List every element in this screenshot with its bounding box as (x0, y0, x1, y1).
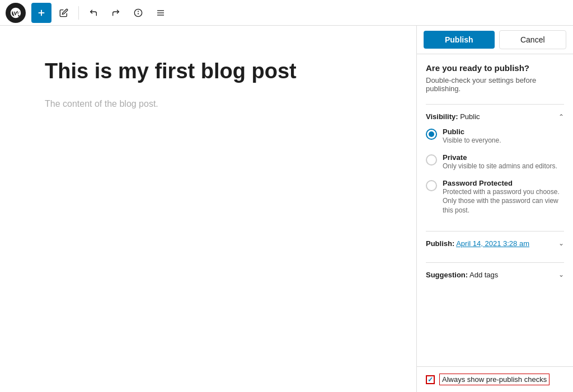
redo-button[interactable] (106, 3, 126, 23)
radio-password-desc: Protected with a password you choose. On… (443, 187, 564, 215)
sidebar-topbar: Publish Cancel (417, 26, 573, 54)
suggestion-section: Suggestion: Add tags ⌄ (426, 262, 564, 294)
radio-public[interactable] (426, 129, 437, 140)
suggestion-chevron-icon: ⌄ (558, 271, 564, 278)
visibility-label-val: Public (460, 112, 480, 121)
radio-public-label: Public (443, 127, 501, 136)
sidebar-footer: Always show pre-publish checks (417, 366, 573, 392)
pre-publish-label: Always show pre-publish checks (439, 374, 549, 385)
editor-area: This is my first blog post The content o… (0, 26, 416, 392)
post-title[interactable]: This is my first blog post (45, 59, 372, 83)
ready-subtitle: Double-check your settings before publis… (426, 76, 564, 93)
edit-button[interactable] (54, 3, 74, 23)
radio-public-desc: Visible to everyone. (443, 136, 501, 145)
radio-private-desc: Only visible to site admins and editors. (443, 162, 557, 171)
visibility-header[interactable]: Visibility: Public ⌃ (426, 112, 564, 121)
publish-date-section: Publish: April 14, 2021 3:28 am ⌄ (426, 231, 564, 262)
radio-password-label: Password Protected (443, 179, 564, 187)
suggestion-label: Suggestion: Add tags (426, 271, 498, 279)
suggestion-label-key: Suggestion: (426, 271, 468, 279)
info-button[interactable] (128, 3, 148, 23)
post-content[interactable]: The content of the blog post. (45, 97, 372, 111)
pre-publish-checkbox[interactable] (426, 375, 435, 384)
ready-title: Are you ready to publish? (426, 63, 564, 73)
visibility-label: Visibility: Public (426, 112, 480, 121)
cancel-button[interactable]: Cancel (499, 30, 567, 49)
radio-private[interactable] (426, 154, 437, 166)
publish-date-label: Publish: April 14, 2021 3:28 am (426, 239, 529, 248)
sidebar-content: Are you ready to publish? Double-check y… (417, 54, 573, 366)
publish-label-key: Publish: (426, 239, 454, 248)
publish-date-header[interactable]: Publish: April 14, 2021 3:28 am ⌄ (426, 239, 564, 248)
publish-date-chevron-icon: ⌄ (558, 239, 564, 247)
toolbar-divider (78, 6, 79, 20)
radio-password[interactable] (426, 180, 437, 191)
visibility-label-key: Visibility: (426, 112, 458, 121)
radio-option-private[interactable]: Private Only visible to site admins and … (426, 153, 564, 171)
suggestion-header[interactable]: Suggestion: Add tags ⌄ (426, 271, 564, 279)
visibility-chevron-icon: ⌃ (558, 113, 564, 121)
radio-option-password[interactable]: Password Protected Protected with a pass… (426, 179, 564, 215)
radio-option-public[interactable]: Public Visible to everyone. (426, 127, 564, 145)
radio-private-label: Private (443, 153, 557, 162)
visibility-section: Visibility: Public ⌃ Public Visible to e… (426, 104, 564, 231)
sidebar-panel: Publish Cancel Are you ready to publish?… (416, 26, 573, 392)
wp-logo (6, 3, 26, 23)
list-view-button[interactable] (151, 3, 171, 23)
main-area: This is my first blog post The content o… (0, 26, 573, 392)
suggestion-val: Add tags (469, 271, 498, 279)
add-block-button[interactable] (31, 3, 51, 23)
undo-button[interactable] (83, 3, 104, 23)
toolbar (0, 0, 573, 26)
publish-button[interactable]: Publish (424, 31, 495, 49)
publish-date-val[interactable]: April 14, 2021 3:28 am (456, 239, 529, 248)
